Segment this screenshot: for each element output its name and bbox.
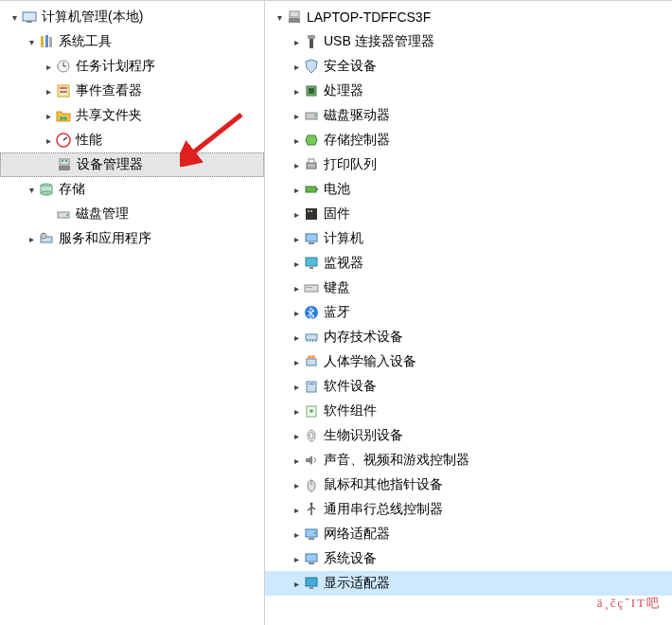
- device-category-item[interactable]: ▸电池: [265, 177, 672, 202]
- device-category-item[interactable]: ▸鼠标和其他指针设备: [265, 473, 672, 497]
- device-category-item[interactable]: ▸人体学输入设备: [265, 349, 672, 374]
- tree-shared-folders[interactable]: ▸ 共享文件夹: [0, 103, 264, 128]
- tree-device-manager[interactable]: 设备管理器: [0, 152, 264, 177]
- device-category-item[interactable]: ▸声音、视频和游戏控制器: [265, 448, 672, 473]
- svg-rect-73: [309, 587, 313, 589]
- svg-rect-10: [60, 91, 67, 93]
- svg-rect-4: [49, 37, 52, 47]
- expand-icon[interactable]: ▸: [290, 259, 303, 269]
- device-category-item[interactable]: ▸监视器: [265, 251, 672, 276]
- tree-task-scheduler[interactable]: ▸ 任务计划程序: [0, 54, 264, 79]
- device-category-item[interactable]: ▸键盘: [265, 276, 672, 300]
- device-icon: [303, 181, 320, 198]
- svg-point-12: [63, 116, 67, 120]
- expand-icon[interactable]: ▸: [290, 160, 303, 170]
- svg-rect-48: [309, 287, 311, 288]
- expand-icon[interactable]: ▸: [290, 308, 303, 318]
- tree-storage[interactable]: ▾ 存储: [0, 177, 264, 202]
- device-category-item[interactable]: ▸系统设备: [265, 546, 672, 571]
- svg-point-63: [309, 432, 313, 439]
- device-category-item[interactable]: ▸打印队列: [265, 152, 672, 177]
- expand-icon[interactable]: ▸: [290, 554, 303, 564]
- device-icon: [303, 279, 320, 296]
- performance-icon: [55, 132, 72, 149]
- tree-performance[interactable]: ▸ 性能: [0, 128, 264, 152]
- expand-icon[interactable]: ▸: [290, 505, 303, 515]
- expand-icon[interactable]: ▸: [290, 37, 303, 47]
- svg-rect-53: [312, 340, 313, 342]
- expand-icon[interactable]: ▸: [25, 234, 38, 244]
- expand-icon[interactable]: ▸: [290, 480, 303, 491]
- expand-icon[interactable]: ▸: [42, 62, 55, 72]
- device-icon: [303, 575, 320, 592]
- device-category-item[interactable]: ▸固件: [265, 202, 672, 226]
- device-category-item[interactable]: ▸磁盘驱动器: [265, 103, 672, 128]
- tree-root-laptop[interactable]: ▾ LAPTOP-TDFFCS3F: [265, 5, 672, 29]
- services-icon: [38, 230, 55, 247]
- expand-icon[interactable]: ▸: [290, 357, 303, 367]
- device-icon: [303, 58, 320, 75]
- expand-icon[interactable]: ▸: [290, 111, 303, 121]
- expand-icon[interactable]: ▸: [290, 185, 303, 195]
- tree-root-computer-management[interactable]: ▾ 计算机管理(本地): [0, 5, 264, 29]
- expand-icon[interactable]: ▸: [290, 332, 303, 343]
- svg-rect-9: [60, 87, 67, 89]
- device-category-item[interactable]: ▸USB 连接器管理器: [265, 29, 672, 54]
- expand-icon[interactable]: ▸: [42, 135, 55, 146]
- storage-icon: [38, 181, 55, 198]
- svg-rect-68: [309, 538, 314, 540]
- expand-icon[interactable]: ▸: [290, 455, 303, 466]
- collapse-icon[interactable]: ▾: [25, 185, 38, 195]
- collapse-icon[interactable]: ▾: [25, 37, 38, 47]
- svg-rect-15: [60, 159, 69, 165]
- tree-services-apps[interactable]: ▸ 服务和应用程序: [0, 226, 264, 251]
- collapse-icon[interactable]: ▾: [273, 12, 286, 23]
- device-category-item[interactable]: ▸通用串行总线控制器: [265, 497, 672, 522]
- device-category-item[interactable]: ▸安全设备: [265, 54, 672, 79]
- device-category-item[interactable]: ▸存储控制器: [265, 128, 672, 152]
- device-category-item[interactable]: ▸软件设备: [265, 374, 672, 399]
- device-category-item[interactable]: ▸生物识别设备: [265, 423, 672, 448]
- expand-icon[interactable]: ▸: [290, 431, 303, 441]
- expand-icon[interactable]: ▸: [290, 234, 303, 244]
- svg-rect-37: [306, 187, 316, 192]
- svg-rect-2: [41, 36, 44, 47]
- device-category-item[interactable]: ▸内存技术设备: [265, 325, 672, 349]
- svg-point-34: [314, 115, 316, 116]
- left-tree-panel: ▾ 计算机管理(本地) ▾ 系统工具 ▸ 任务计划程序 ▸ 事件查: [0, 1, 265, 625]
- device-category-item[interactable]: ▸软件组件: [265, 399, 672, 423]
- disk-icon: [55, 205, 72, 223]
- tree-event-viewer[interactable]: ▸ 事件查看器: [0, 79, 264, 103]
- svg-rect-28: [289, 18, 300, 23]
- expand-icon[interactable]: ▸: [42, 86, 55, 97]
- device-label: 通用串行总线控制器: [324, 501, 443, 518]
- expand-icon[interactable]: ▸: [290, 209, 303, 220]
- collapse-icon[interactable]: ▾: [8, 12, 21, 23]
- device-icon: [303, 329, 320, 346]
- clock-icon: [55, 58, 72, 75]
- device-label: 磁盘驱动器: [324, 107, 390, 124]
- tree-label: 存储: [59, 181, 85, 198]
- expand-icon[interactable]: ▸: [290, 283, 303, 294]
- svg-point-21: [41, 191, 52, 195]
- device-category-item[interactable]: ▸计算机: [265, 226, 672, 251]
- expand-icon[interactable]: ▸: [42, 111, 55, 121]
- tree-label: 设备管理器: [77, 156, 143, 173]
- device-category-item[interactable]: ▸网络适配器: [265, 522, 672, 546]
- tree-disk-management[interactable]: 磁盘管理: [0, 202, 264, 226]
- expand-icon[interactable]: ▸: [290, 86, 303, 97]
- device-label: 蓝牙: [324, 304, 350, 321]
- expand-icon[interactable]: ▸: [290, 62, 303, 72]
- expand-icon[interactable]: ▸: [290, 406, 303, 417]
- expand-icon[interactable]: ▸: [290, 579, 303, 589]
- expand-icon[interactable]: ▸: [290, 382, 303, 392]
- svg-rect-18: [65, 160, 67, 162]
- device-label: 网络适配器: [324, 526, 390, 543]
- device-category-item[interactable]: ▸蓝牙: [265, 300, 672, 325]
- expand-icon[interactable]: ▸: [290, 529, 303, 540]
- device-category-item[interactable]: ▸处理器: [265, 79, 672, 103]
- device-category-item[interactable]: ▸显示适配器: [265, 571, 672, 596]
- expand-icon[interactable]: ▸: [290, 135, 303, 146]
- device-icon: [303, 402, 320, 420]
- tree-system-tools[interactable]: ▾ 系统工具: [0, 29, 264, 54]
